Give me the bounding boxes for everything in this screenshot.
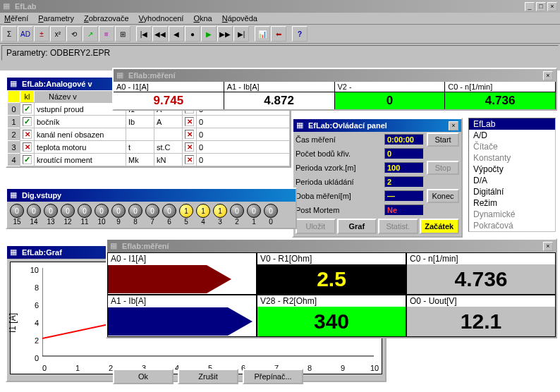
row-number: 0 — [8, 103, 20, 116]
led-number: 6 — [162, 218, 177, 226]
tool-graph[interactable]: 📊 — [255, 26, 270, 42]
tool-help[interactable]: ? — [292, 26, 308, 42]
minimize-button[interactable]: _ — [525, 2, 535, 11]
check-icon[interactable] — [185, 117, 194, 126]
check-icon[interactable] — [23, 142, 32, 152]
tool-14[interactable]: ▶▶ — [217, 26, 233, 42]
check-icon[interactable] — [185, 155, 194, 164]
side-item[interactable]: Dynamické — [469, 209, 555, 220]
row-unit: kN — [154, 154, 183, 166]
ctrl-post-value[interactable]: Ne — [384, 204, 424, 216]
analog-row[interactable]: 4kroutící momentMkkN0 — [8, 154, 290, 166]
side-item[interactable]: Digitální — [469, 186, 555, 197]
side-item[interactable]: Čítače — [469, 141, 555, 152]
close-button[interactable]: × — [547, 2, 557, 11]
analog-row[interactable]: 1bočníkIbA0 — [8, 116, 290, 128]
measurement-window-2: ▦ Eflab:měření × A0 - I1[A] V0 - R1[Ohm]… — [106, 238, 557, 338]
tool-6[interactable]: ↗ — [83, 26, 98, 42]
ytick: 0 — [25, 354, 39, 362]
side-item[interactable]: EfLab — [469, 118, 555, 130]
ctrl-uklad-label: Perioda ukládání — [296, 178, 382, 186]
tool-4[interactable]: x² — [50, 26, 66, 42]
measurement-window-1: ▦ Eflab:měření × A0 - I1[A] 9.745 A1 - I… — [112, 68, 557, 111]
close-button[interactable]: × — [543, 71, 553, 80]
konec-button[interactable]: Konec — [427, 189, 459, 203]
menu-okna[interactable]: Okna — [193, 14, 212, 23]
ctrl-doba-value[interactable]: — — [384, 190, 424, 202]
col-kl[interactable]: kl — [20, 91, 35, 103]
led-number: 7 — [145, 218, 160, 226]
menu-vyhodnoceni[interactable]: Vyhodnocení — [139, 14, 184, 23]
zacatek-button[interactable]: Začátek — [420, 219, 460, 234]
led-lamp: 1 — [213, 204, 227, 218]
led-lamp: 0 — [128, 204, 142, 218]
tool-11[interactable]: ◀ — [169, 26, 184, 42]
side-item[interactable]: Režim — [469, 197, 555, 209]
zrusit-button[interactable]: Zrušit — [178, 369, 238, 384]
led: 02 — [229, 204, 245, 226]
row-symbol — [126, 128, 154, 141]
menu-parametry[interactable]: Parametry — [38, 14, 74, 23]
ulozit-button[interactable]: Uložit — [296, 219, 336, 234]
prepinac-button[interactable]: Přepínač... — [243, 369, 303, 384]
side-item[interactable]: Konstanty — [469, 152, 555, 164]
statist-button[interactable]: Statist. — [378, 219, 418, 234]
check-icon[interactable] — [23, 155, 32, 164]
col-blank[interactable] — [8, 91, 20, 103]
close-button[interactable]: × — [543, 242, 553, 251]
led: 08 — [128, 204, 143, 226]
ctrl-uklad-value[interactable]: 2 — [384, 176, 424, 188]
tool-9[interactable]: |◀ — [136, 26, 152, 42]
row-unit: st.C — [154, 141, 183, 154]
start-button[interactable]: Start — [427, 133, 459, 147]
tool-15[interactable]: ▶| — [233, 26, 249, 42]
side-item[interactable]: Výpočty — [469, 164, 555, 175]
mer2-titlebar[interactable]: ▦ Eflab:měření × — [107, 240, 556, 252]
check-icon[interactable] — [23, 104, 32, 114]
mer2-o0-label: O0 - Uout[V] — [407, 295, 555, 307]
tool-2[interactable]: AD — [18, 26, 33, 42]
check-icon[interactable] — [23, 117, 32, 126]
tool-exit[interactable]: ⬅ — [271, 26, 286, 42]
close-button[interactable]: × — [449, 121, 458, 130]
menu-napoveda[interactable]: Nápověda — [222, 14, 257, 23]
side-item[interactable]: D/A — [469, 175, 555, 186]
mer1-c3-value: 0 — [335, 92, 445, 109]
led-lamp: 0 — [264, 204, 278, 218]
analog-row[interactable]: 3teplota motorutst.C0 — [8, 141, 290, 154]
maximize-button[interactable]: □ — [536, 2, 546, 11]
side-item[interactable]: A/D — [469, 130, 555, 141]
tool-8[interactable]: ⊞ — [115, 26, 130, 42]
tool-7[interactable]: ≡ — [99, 26, 114, 42]
side-item[interactable]: Pokračová — [469, 220, 555, 231]
mer2-c0-value: 4.736 — [407, 264, 555, 294]
mer2-a1-label: A1 - Ib[A] — [108, 295, 256, 307]
window-icon: ▦ — [116, 71, 126, 80]
tool-10[interactable]: ◀◀ — [152, 26, 168, 42]
menu-zobrazovace[interactable]: Zobrazovače — [84, 14, 129, 23]
tool-5[interactable]: ⟲ — [66, 26, 82, 42]
mer1-titlebar[interactable]: ▦ Eflab:měření × — [114, 69, 556, 82]
graf-button[interactable]: Graf — [337, 219, 377, 234]
led-lamp: 1 — [179, 204, 193, 218]
led-number: 8 — [128, 218, 143, 226]
ok-button[interactable]: Ok — [113, 369, 174, 384]
check-icon[interactable] — [23, 130, 32, 139]
menu-mereni[interactable]: Měření — [4, 14, 28, 23]
tool-12[interactable]: ● — [185, 26, 200, 42]
ctrl-titlebar[interactable]: ▦ EfLab:Ovládací panel × — [293, 119, 461, 132]
led-lamp: 0 — [111, 204, 126, 218]
xtick: 0 — [42, 364, 47, 372]
check-icon[interactable] — [185, 142, 194, 152]
tool-1[interactable]: Σ — [1, 26, 17, 42]
tool-play[interactable]: ▶ — [201, 26, 217, 42]
analog-row[interactable]: 2kanál není obsazen0 — [8, 128, 290, 141]
dig-titlebar[interactable]: ▦ Dig.vstupy — [7, 189, 296, 202]
stop-button[interactable]: Stop — [427, 161, 459, 175]
window-icon: ▦ — [296, 121, 306, 130]
check-icon[interactable] — [185, 130, 194, 139]
ctrl-vzork-value[interactable]: 100 — [384, 162, 424, 173]
led-number: 9 — [111, 218, 126, 226]
app-icon: ▦ — [3, 1, 13, 11]
tool-3[interactable]: ± — [34, 26, 49, 42]
